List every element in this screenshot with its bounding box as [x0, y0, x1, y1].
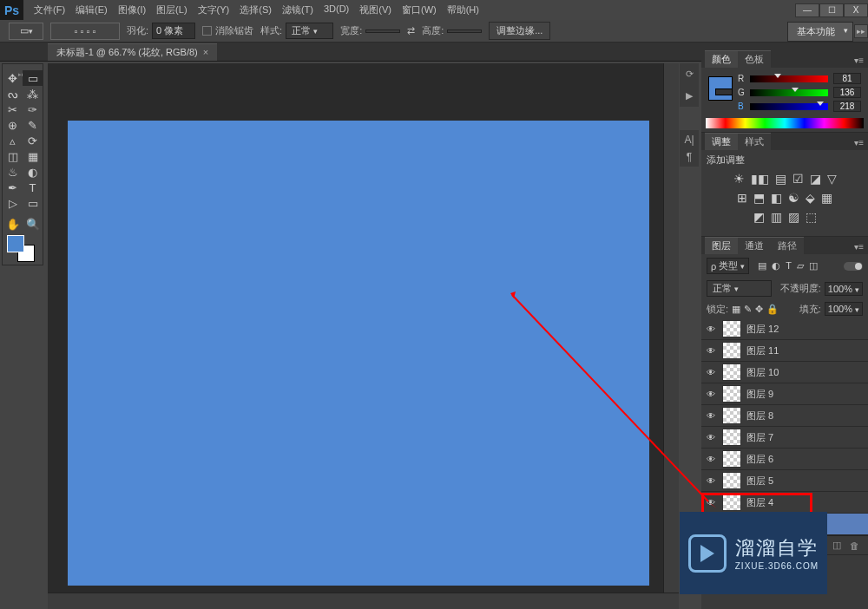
layer-name[interactable]: 图层 5 [746, 475, 773, 488]
filter-pixel-icon[interactable]: ▤ [758, 260, 766, 272]
layer-item[interactable]: 👁图层 6 [701, 449, 868, 470]
layer-thumb[interactable] [722, 342, 741, 359]
menu-window[interactable]: 窗口(W) [397, 0, 442, 20]
minimize-button[interactable]: — [795, 3, 819, 17]
path-select-tool[interactable]: ▷ [3, 195, 23, 211]
layers-panel-menu[interactable]: ▾≡ [850, 239, 868, 254]
menu-image[interactable]: 图像(I) [113, 0, 151, 20]
swap-wh-icon[interactable]: ⇄ [407, 25, 415, 36]
document-tab[interactable]: 未标题-1 @ 66.7% (花纹, RGB/8) × [48, 43, 217, 61]
adj-lookup-icon[interactable]: ⬙ [806, 191, 815, 205]
crop-tool[interactable]: ✂ [3, 102, 23, 117]
lock-image-icon[interactable]: ✎ [744, 304, 752, 315]
color-panel-menu[interactable]: ▾≡ [850, 53, 868, 68]
workspace-extra-button[interactable]: ▸▸ [854, 24, 868, 38]
filter-shape-icon[interactable]: ▱ [797, 260, 804, 272]
layer-thumb[interactable] [722, 363, 741, 381]
style-select[interactable]: 正常 ▾ [286, 23, 333, 39]
new-layer-icon[interactable]: ◫ [832, 540, 841, 551]
layer-item[interactable]: 👁图层 7 [701, 427, 868, 449]
layer-item[interactable]: 👁图层 12 [701, 318, 868, 340]
adj-exposure-icon[interactable]: ☑ [792, 172, 804, 186]
lock-transparent-icon[interactable]: ▦ [732, 304, 740, 315]
adj-chanmix-icon[interactable]: ☯ [788, 191, 799, 205]
adj-bw-icon[interactable]: ⬒ [753, 191, 765, 205]
tab-layers[interactable]: 图层 [705, 237, 738, 254]
visibility-icon[interactable]: 👁 [705, 324, 717, 334]
fill-value[interactable]: 100% ▾ [825, 302, 863, 316]
tab-adjust[interactable]: 调整 [705, 133, 738, 150]
move-tool[interactable]: ✥ [3, 70, 23, 86]
layer-item[interactable]: 👁图层 5 [701, 470, 868, 492]
filter-toggle[interactable] [844, 262, 863, 271]
height-input[interactable] [447, 29, 482, 33]
spectrum-bar[interactable] [706, 118, 864, 128]
brush-tool[interactable]: ✎ [23, 117, 43, 133]
adj-curves-icon[interactable]: ▤ [775, 172, 786, 186]
r-slider[interactable] [750, 75, 828, 82]
marquee-tool[interactable]: ▭ [23, 70, 43, 86]
menu-type[interactable]: 文字(Y) [193, 0, 235, 20]
magic-wand-tool[interactable]: ⁂ [23, 86, 43, 102]
layer-thumb[interactable] [722, 320, 741, 337]
layer-name[interactable]: 图层 7 [746, 431, 773, 444]
gradient-tool[interactable]: ▦ [23, 148, 43, 164]
visibility-icon[interactable]: 👁 [705, 411, 717, 421]
zoom-tool[interactable]: 🔍 [23, 216, 43, 232]
foreground-color[interactable] [7, 235, 24, 252]
visibility-icon[interactable]: 👁 [705, 433, 717, 442]
pen-tool[interactable]: ✒ [3, 180, 23, 195]
lock-all-icon[interactable]: 🔒 [766, 304, 779, 315]
layer-thumb[interactable] [722, 494, 741, 511]
eyedropper-tool[interactable]: ✑ [23, 102, 43, 117]
menu-edit[interactable]: 编辑(E) [70, 0, 113, 20]
maximize-button[interactable]: ☐ [819, 3, 844, 17]
adj-invert-icon[interactable]: ▦ [821, 191, 832, 205]
play-icon[interactable]: ▶ [680, 85, 699, 107]
feather-input[interactable]: 0 像素 [152, 23, 195, 39]
layer-name[interactable]: 图层 4 [746, 496, 773, 509]
menu-filter[interactable]: 滤镜(T) [277, 0, 319, 20]
opacity-value[interactable]: 100% ▾ [825, 282, 863, 296]
character-icon[interactable]: A| [684, 134, 694, 146]
document-canvas[interactable] [68, 121, 649, 586]
layer-thumb[interactable] [722, 385, 741, 403]
layer-name[interactable]: 图层 12 [746, 323, 779, 336]
current-tool-icon[interactable]: ▭▾ [9, 23, 43, 40]
visibility-icon[interactable]: 👁 [705, 368, 717, 377]
adj-levels-icon[interactable]: ▮◧ [751, 172, 769, 186]
menu-3d[interactable]: 3D(D) [319, 0, 354, 20]
adj-poster-icon[interactable]: ◩ [753, 210, 765, 224]
adj-selcolor-icon[interactable]: ⬚ [806, 210, 817, 224]
b-slider[interactable] [750, 103, 828, 110]
delete-layer-icon[interactable]: 🗑 [850, 540, 859, 551]
layer-item[interactable]: 👁图层 9 [701, 383, 868, 405]
adj-brightness-icon[interactable]: ☀ [733, 172, 745, 186]
tab-channels[interactable]: 通道 [738, 237, 771, 254]
tab-styles[interactable]: 样式 [738, 133, 771, 150]
tab-paths[interactable]: 路径 [771, 237, 804, 254]
canvas-scrollbar[interactable] [663, 63, 679, 593]
visibility-icon[interactable]: 👁 [705, 390, 717, 399]
b-value[interactable]: 218 [833, 101, 861, 112]
visibility-icon[interactable]: 👁 [705, 476, 717, 486]
eraser-tool[interactable]: ◫ [3, 148, 23, 164]
layer-item[interactable]: 👁图层 8 [701, 405, 868, 427]
shape-tool[interactable]: ▭ [23, 195, 43, 211]
adj-thresh-icon[interactable]: ▥ [771, 210, 782, 224]
blur-tool[interactable]: ♨ [3, 164, 23, 180]
layer-name[interactable]: 图层 9 [746, 388, 773, 401]
tab-color[interactable]: 颜色 [705, 50, 738, 68]
layer-name[interactable]: 图层 6 [746, 453, 773, 466]
g-value[interactable]: 136 [833, 87, 861, 98]
menu-file[interactable]: 文件(F) [29, 0, 70, 20]
layer-name[interactable]: 图层 11 [746, 344, 779, 357]
layer-item[interactable]: 👁图层 4 [701, 492, 868, 514]
document-tab-close[interactable]: × [203, 47, 208, 57]
r-value[interactable]: 81 [833, 73, 861, 84]
tab-swatches[interactable]: 色板 [738, 50, 771, 68]
lock-position-icon[interactable]: ✥ [755, 304, 763, 315]
adj-colbal-icon[interactable]: ⊞ [737, 191, 747, 205]
text-tool[interactable]: T [23, 180, 43, 195]
antialias-checkbox[interactable] [202, 26, 212, 36]
